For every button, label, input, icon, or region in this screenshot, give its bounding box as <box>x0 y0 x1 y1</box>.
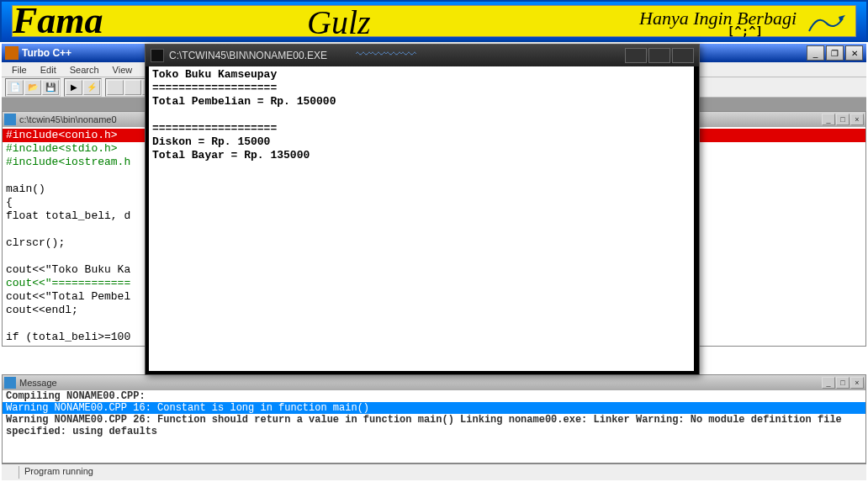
menu-file[interactable]: File <box>5 65 34 75</box>
message-body[interactable]: Compiling NONAME00.CPP: Warning NONAME00… <box>3 390 865 437</box>
ide-app-icon <box>5 46 19 60</box>
msg-line: Compiling NONAME00.CPP: <box>6 390 146 402</box>
msg-maximize-button[interactable]: □ <box>836 377 849 389</box>
tool-new-icon[interactable]: 📄 <box>7 80 24 95</box>
tool-open-icon[interactable]: 📂 <box>24 80 41 95</box>
console-maximize-button[interactable] <box>648 48 670 63</box>
code-line: cout<<"Toko Buku Ka <box>6 263 130 276</box>
console-decor-icon: 〰〰〰〰 <box>356 46 490 65</box>
tool-a-icon[interactable] <box>107 80 124 95</box>
msg-minimize-button[interactable]: _ <box>822 377 835 389</box>
console-window[interactable]: C:\TCWIN45\BIN\NONAME00.EXE 〰〰〰〰 Toko Bu… <box>145 44 700 375</box>
console-line: =================== <box>152 122 277 135</box>
console-line: Toko Buku Kamseupay <box>152 68 277 81</box>
code-line: clrscr(); <box>6 236 65 249</box>
msg-line: Warning NONAME00.CPP 26: Function should… <box>6 414 454 426</box>
console-output[interactable]: Toko Buku Kamseupay =================== … <box>149 66 694 371</box>
code-line: main() <box>6 183 45 195</box>
minimize-button[interactable]: _ <box>807 45 824 61</box>
tool-debug-icon[interactable]: ⚡ <box>83 80 100 95</box>
close-button[interactable]: ✕ <box>845 45 863 61</box>
message-icon <box>4 377 16 389</box>
editor-minimize-button[interactable]: _ <box>822 114 835 125</box>
console-close-button[interactable] <box>672 48 694 63</box>
msg-line: Linking noname00.exe: <box>460 414 587 426</box>
message-window: Message _ □ × Compiling NONAME00.CPP: Wa… <box>2 374 866 463</box>
banner-text-right: Hanya Ingin Berbagi <box>639 8 797 29</box>
editor-maximize-button[interactable]: □ <box>836 114 849 125</box>
tool-save-icon[interactable]: 💾 <box>42 80 59 95</box>
code-line: cout<<"============ <box>6 277 130 289</box>
code-line: #include<stdio.h> <box>6 142 118 155</box>
menu-view[interactable]: View <box>106 65 140 75</box>
code-line: { <box>6 196 13 209</box>
document-icon <box>4 114 16 125</box>
code-line: #include<iostream.h <box>6 156 130 168</box>
banner-inner: Fama Gulz Hanya Ingin Berbagi [^;^] <box>12 5 856 37</box>
console-line: Total Bayar = Rp. 135000 <box>152 149 310 162</box>
tool-b-icon[interactable] <box>124 80 141 95</box>
msg-close-button[interactable]: × <box>850 377 864 389</box>
menu-edit[interactable]: Edit <box>34 65 63 75</box>
message-titlebar[interactable]: Message _ □ × <box>3 375 865 390</box>
page-banner: Fama Gulz Hanya Ingin Berbagi [^;^] <box>0 0 868 42</box>
ide-statusbar: Program running <box>2 463 866 480</box>
console-line: =================== <box>152 82 277 94</box>
maximize-button[interactable]: ❐ <box>826 45 844 61</box>
menu-search[interactable]: Search <box>63 65 106 75</box>
console-app-icon <box>151 49 164 62</box>
message-title: Message <box>19 378 57 388</box>
code-line: cout<<endl; <box>6 304 78 316</box>
banner-decor-icon <box>805 10 847 35</box>
console-minimize-button[interactable] <box>625 48 647 63</box>
editor-close-button[interactable]: × <box>850 114 864 125</box>
banner-text-left: Fama <box>13 0 103 42</box>
code-line: cout<<"Total Pembel <box>6 290 130 303</box>
msg-line-selected[interactable]: Warning NONAME00.CPP 16: Constant is lon… <box>3 402 865 414</box>
code-line: if (total_beli>=100 <box>6 331 130 343</box>
banner-text-center: Gulz <box>307 3 371 42</box>
console-line: Total Pembelian = Rp. 150000 <box>152 95 336 108</box>
console-line: Diskon = Rp. 15000 <box>152 135 270 148</box>
tool-run-icon[interactable]: ▶ <box>66 80 82 95</box>
console-titlebar[interactable]: C:\TCWIN45\BIN\NONAME00.EXE 〰〰〰〰 <box>146 45 699 66</box>
status-text: Program running <box>24 466 93 479</box>
banner-emote: [^;^] <box>728 24 763 38</box>
code-line: float total_beli, d <box>6 209 130 222</box>
